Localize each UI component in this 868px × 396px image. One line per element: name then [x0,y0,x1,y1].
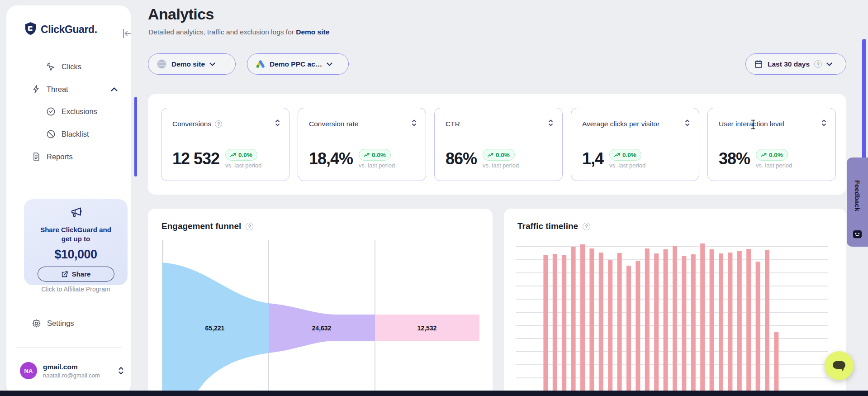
traffic-bar [746,249,751,396]
sidebar: ClickGuard. Clicks Threat Exclusions Bla… [6,5,131,396]
help-icon[interactable]: ? [246,223,253,230]
kpi-caption: vs. last period [359,162,395,169]
sort-metric-icon[interactable] [685,119,690,129]
site-selector-label: Demo site [171,60,205,68]
traffic-bar [774,332,778,396]
timeline-chart-title: Traffic timeline [517,221,578,231]
check-badge-icon [46,107,56,116]
chat-widget-button[interactable] [825,351,854,380]
globe-icon [157,59,167,69]
trend-up-icon [614,153,620,157]
funnel-stage-2-value: 24,632 [312,324,332,332]
sidebar-item-blacklist[interactable]: Blacklist [46,125,89,143]
help-icon[interactable]: ? [814,60,822,68]
trend-up-icon [488,153,493,157]
sidebar-item-label: Exclusions [62,107,97,116]
kpi-card-conversion-rate: Conversion rate 18,4% 0.0% vs. last peri… [298,108,426,181]
traffic-bar [626,266,631,396]
kpi-value: 1,4 [582,149,603,168]
kpi-title: CTR [446,120,460,128]
traffic-bar [608,260,612,396]
ppc-account-dropdown[interactable]: Demo PPC ac… [247,53,349,75]
clickguard-shield-icon [24,22,37,37]
cursor-click-icon [46,62,56,72]
traffic-bar [617,253,622,396]
traffic-bar [589,248,594,396]
traffic-bar [700,243,705,396]
divider [15,347,122,348]
bottom-screen-bar [0,391,868,396]
traffic-bar [664,249,668,396]
account-name: gmail.com [43,363,118,371]
account-email: naatali.ro@gmail.com [43,372,118,379]
traffic-bar [543,255,548,396]
trend-up-icon [364,153,370,157]
chevron-up-icon[interactable] [111,87,118,91]
sidebar-item-label: Reports [47,153,73,161]
site-selector-dropdown[interactable]: Demo site [148,53,236,75]
share-button[interactable]: Share [38,267,114,281]
trend-up-icon [230,153,236,157]
feedback-tab[interactable]: Feedback [847,157,868,247]
kpi-value: 18,4% [309,149,353,168]
brand-logo[interactable]: ClickGuard. [24,22,97,37]
traffic-bar [728,253,732,396]
sort-metric-icon[interactable] [412,119,417,129]
sort-metric-icon[interactable] [548,119,553,129]
ppc-account-label: Demo PPC ac… [270,60,322,68]
sidebar-item-reports[interactable]: Reports [32,148,73,166]
app-window: ClickGuard. Clicks Threat Exclusions Bla… [0,0,868,396]
help-icon[interactable]: ? [215,120,222,128]
promo-text-line2: get up to [24,234,128,243]
subtitle-site-name: Demo site [296,28,329,36]
funnel-stage-3-value: 12,532 [417,324,437,332]
traffic-timeline-chart [504,240,846,396]
traffic-bar [580,244,585,396]
date-range-dropdown[interactable]: Last 30 days ? [745,53,846,75]
sidebar-item-exclusions[interactable]: Exclusions [46,102,97,120]
kpi-delta-badge: 0.0% [756,149,788,161]
trend-up-icon [761,153,767,157]
sidebar-item-label: Clicks [62,62,81,71]
sidebar-item-threat[interactable]: Threat [32,80,122,98]
feedback-smiley-icon [853,230,862,239]
promo-amount: $10,000 [24,248,128,262]
sidebar-collapse-button[interactable] [120,27,133,40]
promo-text-line1: Share ClickGuard and [24,225,128,234]
traffic-bar [571,247,576,396]
megaphone-icon [24,199,128,222]
google-ads-icon [256,59,265,69]
date-range-label: Last 30 days [768,60,810,68]
kpi-delta-badge: 0.0% [359,149,391,161]
calendar-icon [754,59,763,69]
kpi-value: 12 532 [172,149,219,168]
engagement-funnel-chart: 65,221 24,632 12,532 [148,240,493,396]
traffic-bar [673,246,677,396]
document-icon [32,152,41,162]
kpi-delta-badge: 0.0% [609,149,641,161]
sort-metric-icon[interactable] [821,119,826,129]
kpi-card-avg-clicks: Average clicks per visitor 1,4 0.0% vs. … [571,108,699,181]
traffic-timeline-card: Traffic timeline ? [504,209,846,396]
kpi-title: User interaction level [719,120,784,128]
traffic-bar [710,249,714,396]
help-icon[interactable]: ? [583,223,590,230]
account-switcher[interactable]: NA gmail.com naatali.ro@gmail.com [20,362,124,379]
kpi-card-conversions: Conversions ? 12 532 0.0% vs. last perio… [161,108,289,181]
sidebar-item-clicks[interactable]: Clicks [46,57,81,76]
sidebar-item-settings[interactable]: Settings [32,314,74,332]
traffic-bar [756,262,760,396]
kpi-caption: vs. last period [756,162,792,169]
kpi-caption: vs. last period [483,162,519,169]
avatar: NA [20,362,37,379]
collapse-left-icon [120,27,133,40]
affiliate-promo-card[interactable]: Share ClickGuard and get up to $10,000 S… [24,199,128,285]
promo-caption: Click to Affiliate Program [24,286,128,293]
traffic-bar [645,248,650,396]
feedback-tab-label: Feedback [854,180,861,211]
kpi-delta-badge: 0.0% [483,149,515,161]
traffic-bar [553,254,557,396]
chevron-down-icon [826,62,832,66]
sort-metric-icon[interactable] [275,119,280,129]
blocked-circle-icon [46,129,56,139]
